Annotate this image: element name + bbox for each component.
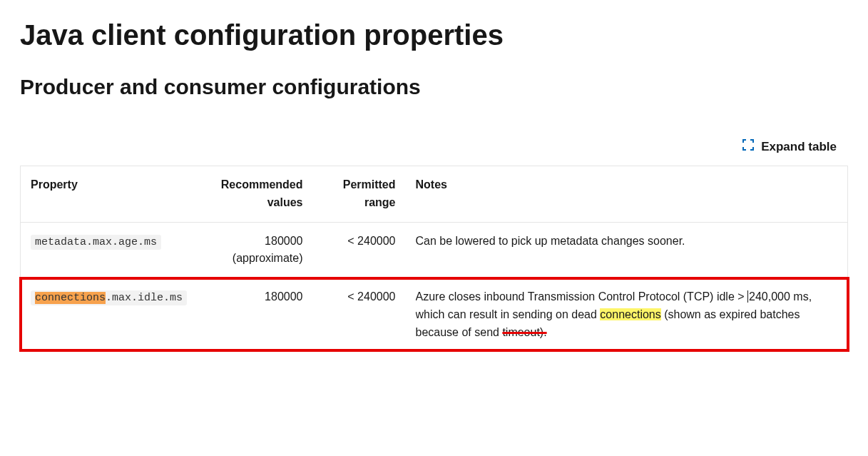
highlighted-text: connections bbox=[35, 292, 106, 304]
cell-property: metadata.max.age.ms bbox=[21, 222, 199, 278]
expand-table-button[interactable]: Expand table bbox=[737, 135, 842, 158]
cell-recommended: 180000 bbox=[199, 278, 313, 350]
col-header-property: Property bbox=[21, 166, 199, 223]
section-heading: Producer and consumer configurations bbox=[20, 73, 848, 101]
expand-table-label: Expand table bbox=[761, 140, 837, 154]
property-code: connections.max.idle.ms bbox=[31, 290, 187, 305]
expand-icon bbox=[742, 139, 754, 154]
cell-permitted: < 240000 bbox=[313, 278, 406, 350]
struck-text: timeout). bbox=[502, 326, 546, 338]
cell-property: connections.max.idle.ms bbox=[21, 278, 199, 350]
col-header-notes: Notes bbox=[406, 166, 848, 223]
cell-notes: Can be lowered to pick up metadata chang… bbox=[406, 222, 848, 278]
col-header-permitted: Permitted range bbox=[313, 166, 406, 223]
text-caret bbox=[747, 290, 748, 303]
property-code: metadata.max.age.ms bbox=[31, 235, 161, 250]
cell-permitted: < 240000 bbox=[313, 222, 406, 278]
cell-notes: Azure closes inbound Transmission Contro… bbox=[406, 278, 848, 350]
col-header-recommended: Recommended values bbox=[199, 166, 313, 223]
table-actions-bar: Expand table bbox=[20, 135, 848, 158]
table-row: metadata.max.age.ms 180000 (approximate)… bbox=[21, 222, 848, 278]
highlighted-text: connections bbox=[600, 308, 660, 320]
cell-recommended: 180000 (approximate) bbox=[199, 222, 313, 278]
table-header-row: Property Recommended values Permitted ra… bbox=[21, 166, 848, 223]
config-table: Property Recommended values Permitted ra… bbox=[20, 166, 848, 351]
table-row: connections.max.idle.ms 180000 < 240000 … bbox=[21, 278, 848, 350]
page-title: Java client configuration properties bbox=[20, 17, 848, 53]
